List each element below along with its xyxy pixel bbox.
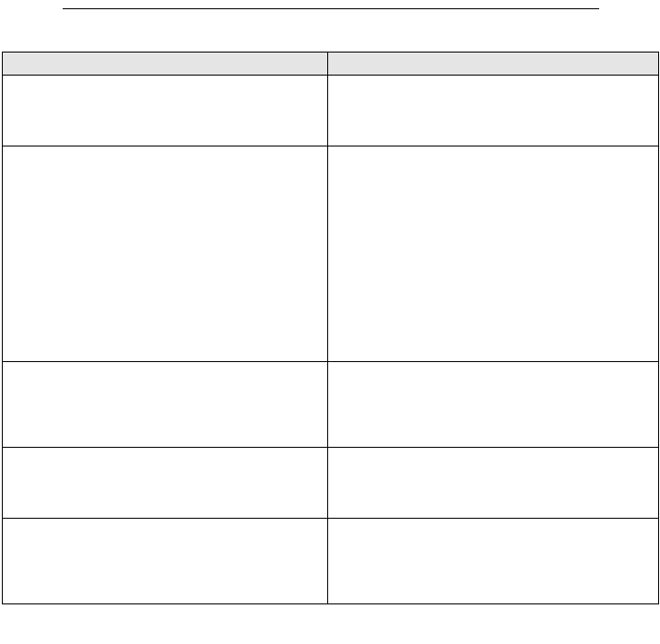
table-header-row: [3, 53, 659, 76]
table-cell: [328, 519, 659, 604]
table-row: [3, 448, 659, 519]
table-cell: [3, 76, 328, 146]
table-cell: [3, 448, 328, 519]
table-cell: [3, 362, 328, 448]
table-row: [3, 76, 659, 146]
table-row: [3, 362, 659, 448]
main-table-wrap: [2, 52, 658, 604]
document-page: [0, 0, 660, 644]
table-cell: [328, 146, 659, 362]
table-cell: [328, 448, 659, 519]
table-row: [3, 519, 659, 604]
table-header-col1: [3, 53, 328, 76]
table-header-col2: [328, 53, 659, 76]
table-row: [3, 146, 659, 362]
table-cell: [328, 362, 659, 448]
table-cell: [3, 519, 328, 604]
main-table: [2, 52, 659, 604]
table-cell: [3, 146, 328, 362]
table-cell: [328, 76, 659, 146]
title-underline: [63, 8, 599, 9]
